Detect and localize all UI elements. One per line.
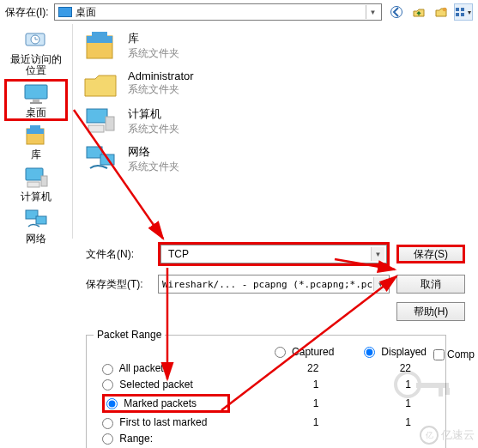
svg-point-27 <box>396 372 420 397</box>
save-in-dropdown[interactable]: 桌面 ▼ <box>54 3 382 21</box>
filetype-dropdown[interactable]: Wireshark/... - pcapng (*.pcapng;*.pc ▼ <box>158 275 390 294</box>
compress-checkbox[interactable]: Comp <box>433 348 475 360</box>
desktop-monitor-icon <box>22 82 50 106</box>
new-folder-icon[interactable] <box>432 3 451 21</box>
svg-rect-6 <box>30 102 42 104</box>
svg-rect-17 <box>92 32 107 36</box>
folder-subtitle: 系统文件夹 <box>128 46 179 61</box>
view-menu-button[interactable] <box>454 3 473 21</box>
network-folder-icon <box>82 142 119 175</box>
svg-rect-8 <box>27 129 44 134</box>
user-folder-icon <box>82 67 119 100</box>
place-network[interactable]: 网络 <box>4 205 68 247</box>
place-computer[interactable]: 计算机 <box>4 163 68 205</box>
svg-rect-21 <box>87 147 102 158</box>
place-label: 桌面 <box>26 107 46 118</box>
folder-item[interactable]: Administrator系统文件夹 <box>82 67 469 100</box>
libraries-icon <box>22 124 50 148</box>
svg-rect-30 <box>445 388 450 395</box>
place-label: 计算机 <box>21 191 51 203</box>
svg-rect-19 <box>106 117 114 130</box>
save-in-label: 保存在(I): <box>5 5 49 20</box>
svg-rect-14 <box>36 216 46 224</box>
folder-title: 网络 <box>128 144 179 160</box>
libraries-folder-icon <box>82 29 119 62</box>
captured-radio[interactable]: Captured <box>275 346 335 358</box>
folder-subtitle: 系统文件夹 <box>128 160 179 174</box>
filetype-value: Wireshark/... - pcapng (*.pcapng;*.pc <box>162 279 372 290</box>
folder-title: 库 <box>128 31 179 46</box>
place-libraries[interactable]: 库 <box>4 121 68 163</box>
folder-title: Administrator <box>128 70 194 82</box>
range-row-first-last[interactable]: First to last marked 1 1 <box>97 415 435 429</box>
up-one-level-icon[interactable] <box>409 3 428 21</box>
computer-folder-icon <box>82 105 119 137</box>
places-sidebar: 最近访问的位置 桌面 库 计算机 网络 <box>0 24 73 239</box>
range-row-all[interactable]: All packets 22 22 <box>97 361 435 375</box>
svg-rect-9 <box>30 125 40 129</box>
folder-item[interactable]: 网络系统文件夹 <box>82 142 469 175</box>
svg-rect-11 <box>41 176 47 186</box>
back-icon[interactable] <box>387 3 406 21</box>
folder-subtitle: 系统文件夹 <box>128 122 179 136</box>
chevron-down-icon: ▼ <box>366 5 379 19</box>
folder-subtitle: 系统文件夹 <box>128 82 194 97</box>
folder-title: 计算机 <box>128 106 179 122</box>
cancel-button[interactable]: 取消 <box>396 275 465 294</box>
svg-rect-4 <box>25 85 47 99</box>
place-desktop[interactable]: 桌面 <box>4 79 68 121</box>
filename-input[interactable] <box>165 246 383 262</box>
range-row-marked[interactable]: Marked packets 1 1 <box>97 393 435 414</box>
place-label: 最近访问的位置 <box>7 54 65 76</box>
filetype-label: 保存类型(T): <box>86 277 151 292</box>
displayed-radio[interactable]: Displayed <box>364 346 427 358</box>
range-row-range[interactable]: Range: <box>97 432 435 445</box>
range-row-selected[interactable]: Selected packet 1 1 <box>97 378 435 391</box>
svg-rect-18 <box>87 109 107 123</box>
svg-rect-22 <box>100 154 114 165</box>
svg-rect-10 <box>26 168 43 180</box>
recent-icon <box>22 28 50 52</box>
svg-rect-28 <box>416 383 449 388</box>
key-watermark-icon <box>389 366 457 417</box>
svg-rect-12 <box>27 182 39 187</box>
network-icon <box>22 208 50 232</box>
computer-icon <box>22 166 50 190</box>
save-in-value: 桌面 <box>76 5 96 20</box>
chevron-down-icon: ▼ <box>373 277 387 291</box>
desktop-icon <box>58 7 72 17</box>
help-button[interactable]: 帮助(H) <box>396 302 465 321</box>
folder-item[interactable]: 计算机系统文件夹 <box>82 105 469 137</box>
place-label: 网络 <box>26 233 46 245</box>
svg-rect-20 <box>88 125 104 132</box>
chevron-down-icon[interactable]: ▼ <box>371 247 384 261</box>
svg-rect-5 <box>33 100 39 102</box>
watermark-text: 亿亿速云 <box>420 426 475 445</box>
save-button[interactable]: 保存(S) <box>396 245 465 263</box>
packet-range-legend: Packet Range <box>94 329 165 341</box>
svg-rect-16 <box>87 36 112 43</box>
place-recent[interactable]: 最近访问的位置 <box>4 26 68 79</box>
folder-item[interactable]: 库系统文件夹 <box>82 29 469 62</box>
filename-label: 文件名(N): <box>86 247 151 262</box>
svg-point-0 <box>391 7 402 18</box>
place-label: 库 <box>31 149 41 160</box>
svg-rect-29 <box>439 388 443 397</box>
folder-list: 库系统文件夹 Administrator系统文件夹 计算机系统文件夹 网络系统文… <box>73 24 478 239</box>
svg-point-1 <box>443 8 447 12</box>
